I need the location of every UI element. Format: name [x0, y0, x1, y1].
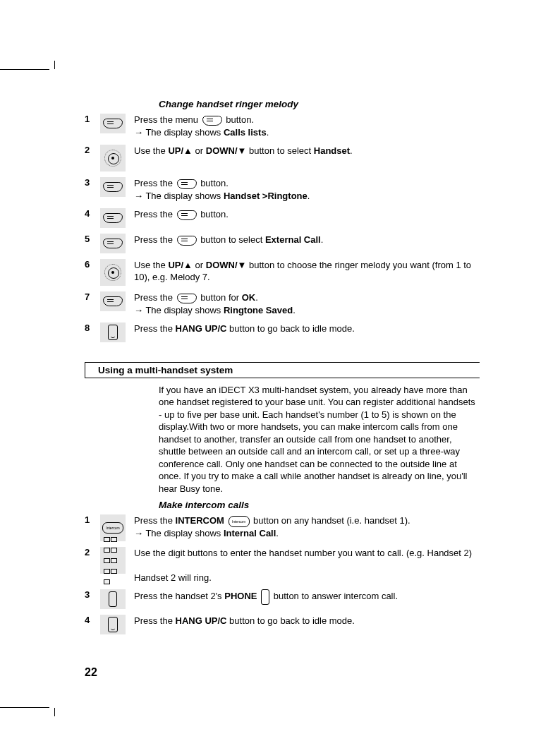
step-icon-box	[100, 259, 126, 286]
content-area: Change handset ringer melody 1Press the …	[85, 99, 480, 640]
step-text: Press the button to select External Call…	[134, 234, 480, 246]
menu-icon	[103, 296, 123, 306]
step-number: 2	[85, 145, 100, 157]
crop-mark	[54, 61, 55, 69]
step-row: 4Press the button.	[85, 208, 480, 228]
nav-icon	[104, 264, 121, 281]
intercom-icon: Intercom	[229, 516, 250, 527]
step-text: Press the button for OK.→ The display sh…	[134, 291, 480, 317]
step-row: 6Use the UP/▲ or DOWN/▼ button to choose…	[85, 259, 480, 286]
keypad-icon	[104, 534, 122, 586]
section-title-ringer: Change handset ringer melody	[159, 99, 480, 109]
page-number: 22	[85, 666, 97, 679]
step-number: 3	[85, 177, 100, 189]
step-text: Press the handset 2's PHONE button to an…	[134, 589, 480, 605]
menu-icon	[103, 182, 123, 192]
step-number: 5	[85, 234, 100, 246]
step-text: Press the menu button.→ The display show…	[134, 114, 480, 139]
menu-icon	[177, 236, 197, 246]
hangup-icon	[108, 617, 118, 632]
step-icon-box	[100, 291, 126, 311]
step-text: Press the HANG UP/C button to go back to…	[134, 323, 480, 335]
nav-icon	[104, 150, 121, 167]
step-number: 2	[85, 547, 100, 559]
hangup-icon	[108, 325, 118, 340]
subsection-box: Using a multi-handset system	[85, 362, 480, 378]
step-text: Use the UP/▲ or DOWN/▼ button to choose …	[134, 259, 480, 284]
step-icon-box	[100, 114, 126, 133]
step-row: 7Press the button for OK.→ The display s…	[85, 291, 480, 317]
step-icon-box	[100, 234, 126, 253]
step-text: Press the INTERCOM Intercom button on an…	[134, 514, 480, 540]
step-text: Press the button.	[134, 208, 480, 221]
menu-icon	[103, 239, 123, 248]
intercom-icon: Intercom	[102, 522, 123, 534]
step-number: 3	[85, 589, 100, 601]
menu-icon	[177, 210, 197, 220]
page: Change handset ringer melody 1Press the …	[0, 0, 560, 753]
step-row: 5Press the button to select External Cal…	[85, 234, 480, 253]
step-row: 1IntercomPress the INTERCOM Intercom but…	[85, 514, 480, 541]
step-text: Press the button.→ The display shows Han…	[134, 177, 480, 203]
menu-icon	[202, 116, 222, 126]
step-icon-box	[100, 323, 126, 342]
step-text: Use the digit buttons to enter the hands…	[134, 547, 480, 584]
crop-mark	[0, 69, 49, 70]
menu-icon	[103, 213, 123, 223]
step-row: 2Use the digit buttons to enter the hand…	[85, 547, 480, 584]
step-row: 3Press the button.→ The display shows Ha…	[85, 177, 480, 203]
step-row: 2Use the UP/▲ or DOWN/▼ button to select…	[85, 145, 480, 171]
step-icon-box	[100, 208, 126, 228]
step-icon-box	[100, 547, 126, 574]
step-row: 4Press the HANG UP/C button to go back t…	[85, 615, 480, 634]
phone-icon	[261, 589, 269, 605]
step-number: 4	[85, 208, 100, 220]
step-number: 7	[85, 291, 100, 303]
step-text: Press the HANG UP/C button to go back to…	[134, 615, 480, 627]
crop-mark	[54, 708, 55, 716]
menu-icon	[177, 179, 197, 189]
step-icon-box	[100, 589, 126, 609]
step-row: 1Press the menu button.→ The display sho…	[85, 114, 480, 139]
step-number: 8	[85, 323, 100, 335]
menu-icon	[103, 119, 123, 128]
phone-icon	[109, 591, 117, 607]
step-number: 4	[85, 615, 100, 627]
multi-handset-paragraph: If you have an iDECT X3 multi-handset sy…	[159, 384, 480, 495]
step-number: 6	[85, 259, 100, 271]
menu-icon	[177, 294, 197, 303]
step-row: 3Press the handset 2's PHONE button to a…	[85, 589, 480, 609]
step-number: 1	[85, 114, 100, 126]
crop-mark	[0, 707, 49, 708]
subsection-title: Using a multi-handset system	[85, 363, 480, 378]
section-title-intercom: Make intercom calls	[159, 500, 480, 510]
step-row: 8Press the HANG UP/C button to go back t…	[85, 323, 480, 342]
step-icon-box	[100, 615, 126, 634]
step-icon-box	[100, 177, 126, 197]
step-text: Use the UP/▲ or DOWN/▼ button to select …	[134, 145, 480, 157]
step-icon-box	[100, 145, 126, 171]
step-number: 1	[85, 514, 100, 526]
